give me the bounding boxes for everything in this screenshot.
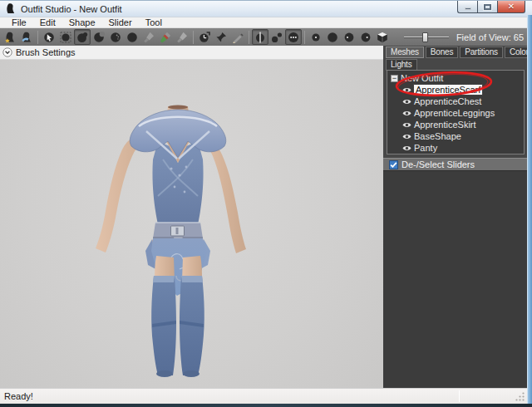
- tab-bones[interactable]: Bones: [426, 47, 458, 58]
- toggle-textures-icon: [377, 32, 388, 43]
- sliders-panel[interactable]: [383, 170, 527, 388]
- tab-meshes[interactable]: Meshes: [386, 47, 424, 58]
- brush-strength-button[interactable]: [324, 29, 341, 45]
- sliders-header[interactable]: De-/Select Sliders: [383, 158, 527, 170]
- inflate-brush-button[interactable]: [74, 29, 91, 45]
- minimize-button[interactable]: [457, 1, 477, 13]
- connected-only-button[interactable]: [268, 29, 285, 45]
- pivot-tool-icon: [215, 32, 227, 43]
- vertex-edit-button[interactable]: [229, 29, 246, 45]
- resize-grip-icon[interactable]: [515, 391, 525, 402]
- maximize-icon: [484, 4, 491, 10]
- window-title: Outfit Studio - New Outfit: [21, 4, 122, 14]
- tree-item-panty[interactable]: Panty: [391, 142, 524, 154]
- fov-control: Field of View: 65: [404, 28, 524, 46]
- fov-slider-thumb[interactable]: [422, 32, 428, 42]
- x-mirror-icon: [254, 32, 266, 43]
- tab-partitions[interactable]: Partitions: [460, 47, 503, 58]
- alpha-brush-button[interactable]: [174, 29, 190, 45]
- window-border-right: [527, 15, 532, 404]
- smooth-brush-button[interactable]: [107, 29, 124, 45]
- status-text: Ready!: [4, 391, 33, 401]
- menu-shape[interactable]: Shape: [62, 17, 102, 28]
- eye-icon[interactable]: [402, 145, 411, 152]
- brush-strength-icon: [327, 32, 338, 43]
- tree-item-apprenticechest[interactable]: ApprenticeChest: [391, 96, 524, 107]
- brush-size-button[interactable]: [308, 29, 324, 45]
- alpha-brush-icon: [176, 32, 188, 43]
- menu-file[interactable]: File: [5, 17, 33, 28]
- eye-icon[interactable]: [402, 110, 411, 117]
- toggle-textures-button[interactable]: [374, 29, 391, 45]
- toolbar-separator: [304, 31, 305, 44]
- tree-root[interactable]: −New Outfit: [391, 72, 524, 84]
- panel-tabs: MeshesBonesPartitionsColorsLights: [383, 46, 527, 71]
- select-tool-icon: [43, 32, 55, 43]
- pivot-tool-button[interactable]: [213, 29, 229, 45]
- brush-settings-header[interactable]: Brush Settings: [0, 46, 383, 60]
- menu-edit[interactable]: Edit: [33, 17, 62, 28]
- global-brush-icon: [288, 32, 299, 43]
- brush-spacing-icon: [360, 32, 372, 43]
- window-controls: ✕: [457, 1, 525, 13]
- statusbar-divider: [459, 390, 460, 402]
- collapse-chevron-icon[interactable]: [2, 47, 12, 57]
- new-project-icon: [4, 32, 16, 43]
- toolbar-buttons: [2, 28, 391, 46]
- tree-item-apprenticeleggings[interactable]: ApprenticeLeggings: [391, 107, 524, 119]
- toolbar-separator: [249, 31, 249, 44]
- toolbar: Field of View: 65: [0, 28, 532, 46]
- brush-focus-button[interactable]: [341, 29, 357, 45]
- eye-icon[interactable]: [402, 86, 411, 94]
- fov-slider[interactable]: [404, 32, 449, 43]
- color-brush-button[interactable]: [157, 29, 174, 45]
- move-brush-button[interactable]: [124, 29, 140, 45]
- tree-item-apprenticescarf[interactable]: ApprenticeScarf: [391, 84, 524, 96]
- tree-item-label: ApprenticeLeggings: [414, 108, 495, 118]
- tree-item-label: ApprenticeChest: [414, 96, 481, 106]
- outfit-studio-window: Outfit Studio - New Outfit ✕ FileEditSha…: [0, 0, 532, 407]
- deflate-brush-button[interactable]: [91, 29, 107, 45]
- eye-icon[interactable]: [402, 133, 411, 140]
- transform-tool-icon: [199, 32, 210, 43]
- character-model[interactable]: [0, 60, 383, 388]
- new-project-button[interactable]: [2, 29, 18, 45]
- mask-brush-button[interactable]: [57, 29, 74, 45]
- weight-brush-icon: [143, 32, 155, 43]
- close-icon: ✕: [508, 2, 515, 11]
- viewport-3d[interactable]: [0, 60, 383, 388]
- tree-item-label: Panty: [414, 143, 437, 153]
- brush-settings-label: Brush Settings: [16, 47, 76, 57]
- transform-tool-button[interactable]: [196, 29, 213, 45]
- brush-spacing-button[interactable]: [357, 29, 374, 45]
- brush-focus-icon: [343, 32, 355, 43]
- eye-icon[interactable]: [402, 98, 411, 105]
- tree-item-apprenticeskirt[interactable]: ApprenticeSkirt: [391, 119, 524, 130]
- title-bar[interactable]: Outfit Studio - New Outfit ✕: [0, 0, 532, 17]
- color-brush-icon: [160, 32, 171, 43]
- weight-brush-button[interactable]: [140, 29, 157, 45]
- eye-icon[interactable]: [402, 121, 411, 129]
- tree-item-baseshape[interactable]: BaseShape: [391, 130, 524, 142]
- menu-tool[interactable]: Tool: [139, 17, 169, 28]
- maximize-button[interactable]: [477, 1, 497, 13]
- global-brush-button[interactable]: [285, 29, 302, 45]
- load-project-button[interactable]: [18, 29, 35, 45]
- menu-slider[interactable]: Slider: [102, 17, 139, 28]
- tree-expand-icon[interactable]: −: [391, 75, 398, 82]
- tab-colors[interactable]: Colors: [505, 47, 527, 58]
- right-panel: MeshesBonesPartitionsColorsLights −New O…: [383, 46, 527, 388]
- vertex-edit-icon: [232, 32, 244, 43]
- load-project-icon: [21, 32, 32, 43]
- brush-size-icon: [310, 32, 322, 43]
- x-mirror-button[interactable]: [252, 29, 268, 45]
- select-tool-button[interactable]: [41, 29, 57, 45]
- tab-lights[interactable]: Lights: [386, 59, 417, 71]
- toolbar-separator: [37, 31, 38, 44]
- tree-item-label: BaseShape: [414, 131, 461, 141]
- tree-item-label: ApprenticeSkirt: [414, 120, 476, 130]
- toolbar-separator: [193, 31, 194, 44]
- select-sliders-checkbox[interactable]: [389, 160, 398, 169]
- meshes-tree: −New OutfitApprenticeScarfApprenticeChes…: [387, 70, 525, 154]
- close-button[interactable]: ✕: [497, 1, 525, 13]
